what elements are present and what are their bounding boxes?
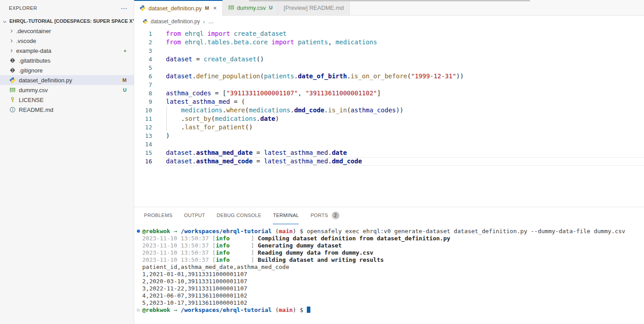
- tree-item-devcontainer[interactable]: .devcontainer: [0, 26, 134, 36]
- code-line[interactable]: 3: [134, 47, 644, 55]
- line-number: 1: [134, 30, 152, 38]
- tree-item-example-data[interactable]: example-data●: [0, 46, 134, 55]
- code-text: dataset.asthma_med_date = latest_asthma_…: [166, 149, 347, 157]
- file-name: .gitattributes: [19, 57, 127, 64]
- code-text: dataset = create_dataset(): [166, 55, 264, 64]
- key-icon: [9, 97, 16, 103]
- code-line[interactable]: 1from ehrql import create_dataset: [134, 30, 644, 38]
- panel-tab-debug-console[interactable]: DEBUG CONSOLE: [217, 207, 262, 224]
- code-text: .sort_by(medications.date): [166, 115, 279, 123]
- explorer-sidebar: EXPLORER ⋯ EHRQL-TUTORIAL [CODESPACES: S…: [0, 0, 134, 324]
- terminal-line: 2023-11-10 13:50:37 [info ] Generating d…: [142, 242, 644, 249]
- panel-tab-label: OUTPUT: [184, 213, 205, 218]
- file-name: example-data: [16, 47, 120, 54]
- tree-item-dataset-definition-py[interactable]: dataset_definition.pyM: [0, 75, 134, 85]
- file-tree: .devcontainer.vscodeexample-data●.gitatt…: [0, 26, 134, 324]
- tab-preview-readme-md[interactable]: [Preview] README.md: [278, 0, 349, 15]
- tree-item-license[interactable]: LICENSE: [0, 95, 134, 105]
- tab-dataset-definition-py[interactable]: dataset_definition.pyM×: [134, 0, 223, 15]
- tree-item-vscode[interactable]: .vscode: [0, 36, 134, 46]
- tree-item-readme-md[interactable]: README.md: [0, 105, 134, 115]
- code-text: asthma_codes = ["39113311000001107", "39…: [166, 89, 381, 98]
- panel-tab-problems[interactable]: PROBLEMS: [144, 207, 173, 224]
- panel-tab-label: PORTS: [310, 213, 328, 218]
- code-editor[interactable]: 1from ehrql import create_dataset2from e…: [134, 27, 644, 207]
- csv-icon: [9, 87, 16, 93]
- panel-tabbar: PROBLEMSOUTPUTDEBUG CONSOLETERMINALPORTS…: [134, 207, 644, 224]
- code-line[interactable]: 12 .last_for_patient(): [134, 123, 644, 132]
- line-number: 5: [134, 64, 152, 72]
- breadcrumb-file[interactable]: dataset_definition.py: [151, 18, 200, 25]
- panel-tab-label: TERMINAL: [273, 213, 299, 218]
- line-number: 9: [134, 98, 152, 106]
- terminal[interactable]: @rebkwok → /workspaces/ehrql-tutorial (m…: [134, 224, 644, 324]
- panel-tab-output[interactable]: OUTPUT: [184, 207, 205, 224]
- close-icon[interactable]: ×: [213, 5, 216, 11]
- bottom-panel: PROBLEMSOUTPUTDEBUG CONSOLETERMINALPORTS…: [134, 207, 644, 324]
- code-line[interactable]: 8asthma_codes = ["39113311000001107", "3…: [134, 89, 644, 98]
- code-line[interactable]: 5: [134, 64, 644, 72]
- code-text: .last_for_patient(): [166, 123, 253, 132]
- line-number: 6: [134, 72, 152, 81]
- line-number: 2: [134, 38, 152, 47]
- line-number: 15: [134, 149, 152, 157]
- code-text: from ehrql.tables.beta.core import patie…: [166, 38, 377, 47]
- tree-item-dummy-csv[interactable]: dummy.csvU: [0, 85, 134, 95]
- code-text: ): [166, 132, 169, 140]
- command-pending-circle-icon[interactable]: [137, 309, 140, 311]
- git-changes-dot: ●: [123, 48, 127, 53]
- panel-tab-terminal[interactable]: TERMINAL: [273, 207, 299, 224]
- terminal-line: patient_id,asthma_med_date,asthma_med_co…: [142, 264, 644, 271]
- code-line[interactable]: 11 .sort_by(medications.date): [134, 115, 644, 123]
- tab-dummy-csv[interactable]: dummy.csvU: [223, 0, 279, 15]
- tabbar-scrollbar[interactable]: [249, 0, 530, 1]
- code-line[interactable]: 16dataset.asthma_med_code = latest_asthm…: [134, 157, 644, 166]
- terminal-line: 5,2023-10-17,39113611000001102: [142, 299, 644, 307]
- terminal-cursor: [307, 307, 310, 313]
- chevron-right-icon: [9, 29, 13, 32]
- git-icon: [9, 57, 16, 64]
- code-line[interactable]: 10 medications.where(medications.dmd_cod…: [134, 106, 644, 115]
- line-number: 11: [134, 115, 152, 123]
- code-line[interactable]: 6dataset.define_population(patients.date…: [134, 72, 644, 81]
- file-name: README.md: [19, 107, 127, 113]
- git-icon: [9, 67, 16, 73]
- terminal-line: 4,2021-06-07,39113611000001102: [142, 292, 644, 299]
- explorer-root-folder[interactable]: EHRQL-TUTORIAL [CODESPACES: SUPER SPACE …: [0, 16, 134, 26]
- code-line[interactable]: 2from ehrql.tables.beta.core import pati…: [134, 38, 644, 47]
- panel-tab-label: DEBUG CONSOLE: [217, 213, 262, 218]
- tab-label: dataset_definition.py: [148, 5, 202, 12]
- editor-tabbar: dataset_definition.pyM×dummy.csvU[Previe…: [134, 0, 644, 16]
- terminal-line: 2,2020-03-10,39113311000001107: [142, 278, 644, 285]
- code-text: dataset.asthma_med_code = latest_asthma_…: [166, 157, 362, 166]
- chevron-down-icon: [3, 19, 6, 22]
- terminal-line: @rebkwok → /workspaces/ehrql-tutorial (m…: [142, 307, 644, 314]
- line-number: 10: [134, 106, 152, 115]
- command-success-dot-icon[interactable]: [137, 230, 140, 233]
- ports-count-badge: 2: [332, 212, 339, 219]
- code-line[interactable]: 4dataset = create_dataset(): [134, 55, 644, 64]
- explorer-more-actions-icon[interactable]: ⋯: [121, 5, 127, 12]
- file-name: .devcontainer: [16, 28, 127, 34]
- code-text: from ehrql import create_dataset: [166, 30, 287, 38]
- breadcrumb-symbol-path[interactable]: …: [208, 18, 213, 25]
- terminal-line: 3,2022-11-22,39113311000001107: [142, 285, 644, 292]
- code-text: medications.where(medications.dmd_code.i…: [166, 106, 403, 115]
- code-line[interactable]: 15dataset.asthma_med_date = latest_asthm…: [134, 149, 644, 157]
- line-number: 14: [134, 140, 152, 149]
- python-icon: [9, 77, 16, 83]
- code-line[interactable]: 9latest_asthma_med = (: [134, 98, 644, 106]
- explorer-header: EXPLORER ⋯: [0, 0, 134, 16]
- code-text: dataset.define_population(patients.date_…: [166, 72, 464, 81]
- code-line[interactable]: 14: [134, 140, 644, 149]
- tree-item-gitignore[interactable]: .gitignore: [0, 65, 134, 75]
- terminal-line: @rebkwok → /workspaces/ehrql-tutorial (m…: [142, 228, 644, 235]
- file-name: .gitignore: [19, 67, 127, 74]
- panel-tab-ports[interactable]: PORTS2: [310, 207, 339, 224]
- file-name: LICENSE: [19, 97, 127, 103]
- tree-item-gitattributes[interactable]: .gitattributes: [0, 55, 134, 65]
- line-number: 16: [134, 157, 152, 166]
- code-line[interactable]: 13): [134, 132, 644, 140]
- code-line[interactable]: 7: [134, 81, 644, 89]
- breadcrumb: dataset_definition.py › …: [134, 16, 644, 27]
